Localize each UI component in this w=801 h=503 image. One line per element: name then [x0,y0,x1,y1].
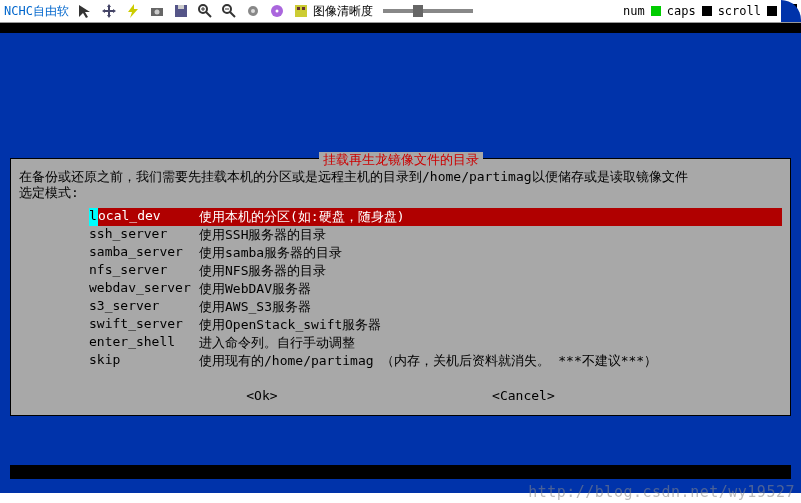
option-desc: 使用SSH服务器的目录 [199,226,326,244]
dialog-body-line1: 在备份或还原之前，我们需要先挂载本机的分区或是远程主机的目录到/home/par… [19,169,782,185]
zoom-in-icon[interactable] [197,3,213,19]
svg-line-9 [230,12,235,17]
svg-rect-15 [295,5,307,17]
option-nfs-server[interactable]: nfs_server使用NFS服务器的目录 [89,262,782,280]
option-local-dev[interactable]: local_dev使用本机的分区(如:硬盘，随身盘) [89,208,782,226]
watermark: http://blog.csdn.net/wy19527 [528,483,795,501]
caps-label: caps [667,4,696,18]
option-key: skip [89,352,199,370]
camera-icon[interactable] [149,3,165,19]
option-ssh-server[interactable]: ssh_server使用SSH服务器的目录 [89,226,782,244]
option-key: enter_shell [89,334,199,352]
option-webdav-server[interactable]: webdav_server使用WebDAV服务器 [89,280,782,298]
option-s3-server[interactable]: s3_server使用AWS_S3服务器 [89,298,782,316]
zoom-out-icon[interactable] [221,3,237,19]
floppy-icon[interactable] [173,3,189,19]
bolt-icon[interactable] [125,3,141,19]
clarity-label: 图像清晰度 [313,3,373,20]
cursor-icon: l [89,208,98,226]
app-icon[interactable] [293,3,309,19]
option-samba-server[interactable]: samba_server使用samba服务器的目录 [89,244,782,262]
dialog-title-wrap: 挂载再生龙镜像文件的目录 [19,151,782,169]
option-desc: 使用WebDAV服务器 [199,280,311,298]
dialog-body-line2: 选定模式: [19,185,782,201]
toolbar: NCHC自由软 图像清晰度 低 中 高 num caps scroll ? [0,0,801,23]
dialog-title: 挂载再生龙镜像文件的目录 [319,152,483,167]
svg-line-5 [206,12,211,17]
app-title: NCHC自由软 [4,3,69,20]
option-desc: 使用现有的/home/partimag （内存，关机后资料就消失。 ***不建议… [199,352,657,370]
svg-point-12 [251,9,255,13]
slider-thumb[interactable] [413,5,423,17]
option-desc: 使用samba服务器的目录 [199,244,342,262]
disc-icon[interactable] [269,3,285,19]
option-key: ssh_server [89,226,199,244]
black-top-bar [0,23,801,33]
cursor-icon[interactable] [77,3,93,19]
dialog-body: 在备份或还原之前，我们需要先挂载本机的分区或是远程主机的目录到/home/par… [19,169,782,202]
cancel-button[interactable]: <Cancel> [488,388,559,403]
num-label: num [623,4,645,18]
svg-point-1 [154,10,159,15]
option-key: webdav_server [89,280,199,298]
move-icon[interactable] [101,3,117,19]
caps-led [702,6,712,16]
svg-rect-3 [178,5,184,9]
option-desc: 使用本机的分区(如:硬盘，随身盘) [199,208,404,226]
option-enter-shell[interactable]: enter_shell进入命令列。自行手动调整 [89,334,782,352]
mount-dialog: 挂载再生龙镜像文件的目录 在备份或还原之前，我们需要先挂载本机的分区或是远程主机… [10,158,791,416]
num-led [651,6,661,16]
toolbar-icons [77,3,309,19]
option-swift-server[interactable]: swift_server使用OpenStack_swift服务器 [89,316,782,334]
scroll-label: scroll [718,4,761,18]
option-desc: 进入命令列。自行手动调整 [199,334,355,352]
option-key: nfs_server [89,262,199,280]
scroll-led [767,6,777,16]
clarity-slider[interactable] [383,9,473,13]
option-key: samba_server [89,244,199,262]
options-list: local_dev使用本机的分区(如:硬盘，随身盘) ssh_server使用S… [89,208,782,370]
toolbar-status: num caps scroll ? [623,4,797,18]
bottom-black-bar [10,465,791,479]
dialog-buttons: <Ok> <Cancel> [139,388,662,403]
option-skip[interactable]: skip使用现有的/home/partimag （内存，关机后资料就消失。 **… [89,352,782,370]
ok-button[interactable]: <Ok> [242,388,281,403]
option-desc: 使用OpenStack_swift服务器 [199,316,381,334]
svg-rect-17 [302,7,305,10]
option-desc: 使用NFS服务器的目录 [199,262,326,280]
gear-icon[interactable] [245,3,261,19]
option-key: s3_server [89,298,199,316]
option-key: swift_server [89,316,199,334]
terminal-background: 挂载再生龙镜像文件的目录 在备份或还原之前，我们需要先挂载本机的分区或是远程主机… [0,23,801,493]
option-desc: 使用AWS_S3服务器 [199,298,311,316]
svg-point-14 [275,10,278,13]
svg-rect-16 [297,7,300,10]
toolbar-curved-edge [781,0,801,22]
option-key: ocal_dev [98,208,199,226]
